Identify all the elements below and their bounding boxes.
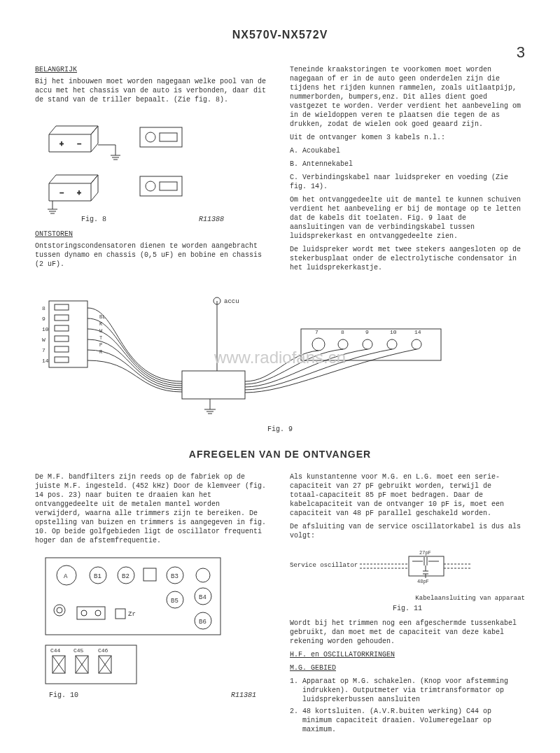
svg-text:8: 8 [42, 305, 46, 311]
svg-text:T: T [99, 335, 102, 341]
fig8-ref: R11388 [199, 215, 224, 224]
svg-text:Zr: Zr [128, 611, 136, 618]
col-right-1: Teneinde kraakstoringen te voorkomen moe… [290, 65, 525, 276]
figure-10: A B1 B2 B3 B4 B5 Zr B6 [35, 551, 270, 700]
svg-rect-19 [55, 325, 69, 331]
para-trimmen: Wordt bij het trimmen nog een afgescherm… [290, 619, 525, 646]
svg-text:10: 10 [390, 329, 397, 335]
svg-text:B4: B4 [199, 594, 206, 601]
svg-point-59 [57, 607, 62, 613]
svg-text:P: P [99, 342, 102, 348]
svg-point-58 [54, 605, 65, 616]
mg-step-2: 48 kortsluiten. (A.V.R.buiten werking) C… [302, 707, 525, 734]
svg-rect-29 [182, 371, 245, 399]
svg-rect-20 [55, 336, 69, 342]
col-left-2: De M.F. bandfilters zijn reeds op de fab… [35, 472, 270, 738]
svg-rect-75 [409, 556, 444, 576]
figure-11: Service oscillator 27pF 48pF Kabelaanslu… [290, 546, 525, 614]
svg-rect-17 [55, 304, 69, 310]
mg-steps: Apparaat op M.G. schakelen. (Knop voor a… [290, 677, 525, 734]
svg-text:−: − [59, 190, 64, 197]
top-columns: BELANGRIJK Bij het inbouwen moet worden … [35, 65, 525, 276]
svg-text:+: + [77, 190, 81, 197]
fig10-caption: Fig. 10 [49, 691, 78, 700]
svg-rect-2 [140, 127, 182, 147]
svg-text:K: K [99, 321, 103, 327]
svg-text:C45: C45 [74, 647, 84, 654]
svg-text:Service oscillator: Service oscillator [290, 562, 358, 569]
fig11-caption: Fig. 11 [290, 604, 525, 613]
fig10-ref: R11381 [231, 691, 256, 700]
svg-text:B3: B3 [171, 573, 178, 580]
svg-rect-9 [160, 182, 177, 190]
para-install: Bij het inbouwen moet worden nagegaan we… [35, 77, 270, 104]
svg-text:BL: BL [99, 314, 105, 320]
svg-text:B2: B2 [122, 573, 130, 580]
svg-point-3 [146, 132, 155, 142]
fig9-caption: Fig. 9 [35, 425, 525, 434]
svg-text:14: 14 [42, 358, 49, 364]
svg-point-61 [81, 610, 87, 616]
svg-point-35 [363, 339, 372, 349]
svg-text:A: A [64, 573, 68, 580]
svg-text:W: W [99, 328, 103, 334]
para-mantel: Om het ontvanggedeelte uit de mantel te … [290, 195, 525, 241]
svg-point-33 [312, 338, 325, 351]
col-left-1: BELANGRIJK Bij het inbouwen moet worden … [35, 65, 270, 276]
svg-text:C46: C46 [98, 647, 108, 654]
sub-mg: M.G. GEBIED [290, 663, 525, 673]
svg-text:B5: B5 [171, 598, 178, 605]
svg-text:14: 14 [414, 329, 421, 335]
para-kunstantenne: Als kunstantenne voor M.G. en L.G. moet … [290, 472, 525, 518]
para-mf: De M.F. bandfilters zijn reeds op de fab… [35, 472, 270, 545]
svg-point-36 [387, 339, 397, 349]
figure-8: + − − + [35, 110, 270, 224]
page-number: 3 [35, 43, 525, 63]
svg-text:7: 7 [315, 329, 318, 335]
section-afregelen: AFREGELEN VAN DE ONTVANGER [35, 448, 525, 460]
svg-rect-50 [144, 568, 156, 581]
para-kraak: Teneinde kraakstoringen te voorkomen moe… [290, 65, 525, 129]
svg-rect-63 [115, 609, 125, 619]
section-ontstoren: ONTSTOREN [35, 230, 270, 239]
svg-point-37 [412, 339, 421, 349]
svg-text:10: 10 [42, 326, 49, 332]
svg-rect-18 [55, 315, 69, 321]
svg-text:27pF: 27pF [419, 550, 431, 556]
svg-text:W: W [42, 337, 46, 343]
svg-point-34 [338, 339, 348, 349]
cable-a: A. Acoukabel [290, 146, 525, 155]
svg-text:7: 7 [42, 347, 46, 353]
svg-text:+: + [59, 141, 64, 148]
svg-text:8: 8 [341, 329, 344, 335]
page-title: NX570V-NX572V [35, 28, 525, 43]
para-afsluiting: De afsluiting van de service oscillatork… [290, 522, 525, 540]
svg-rect-21 [55, 346, 69, 352]
bottom-columns: De M.F. bandfilters zijn reeds op de fab… [35, 472, 525, 738]
svg-point-8 [146, 181, 155, 191]
svg-text:C44: C44 [50, 647, 61, 654]
svg-rect-4 [160, 133, 177, 141]
para-ontstoren: Ontstoringscondensatoren dienen te worde… [35, 241, 270, 269]
svg-text:−: − [77, 141, 81, 148]
svg-point-62 [95, 610, 101, 616]
cable-b: B. Antennekabel [290, 160, 525, 169]
fig11-label-right: Kabelaansluiting van apparaat [290, 595, 525, 603]
para-luidspreker: De luidspreker wordt met twee stekers aa… [290, 245, 525, 272]
svg-text:accu: accu [224, 298, 239, 305]
para-kabels-intro: Uit de ontvanger komen 3 kabels n.l.: [290, 133, 525, 142]
svg-text:B6: B6 [199, 619, 206, 626]
figure-9: 8 9 10 W 7 14 BL K W T [35, 290, 525, 434]
svg-rect-22 [55, 357, 69, 363]
section-belangrijk: BELANGRIJK [35, 65, 270, 74]
mg-step-1: Apparaat op M.G. schakelen. (Knop voor a… [302, 677, 525, 704]
svg-text:48pF: 48pF [417, 579, 429, 584]
svg-text:9: 9 [365, 329, 369, 335]
cable-c: C. Verbindingskabel naar luidspreker en … [290, 173, 525, 191]
fig8-caption: Fig. 8 [81, 215, 106, 224]
svg-text:9: 9 [42, 316, 46, 322]
svg-point-53 [196, 568, 210, 582]
svg-text:R: R [99, 349, 103, 355]
svg-rect-7 [140, 176, 182, 196]
sub-hf-osc: H.F. en OSCILLATORKRINGEN [290, 650, 525, 659]
